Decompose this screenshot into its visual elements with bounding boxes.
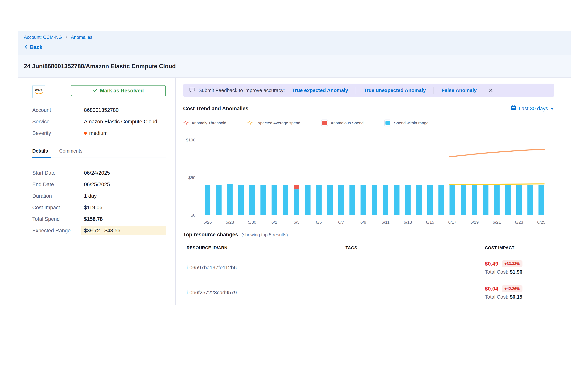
speech-bubble-icon <box>189 87 196 94</box>
svg-text:6/25: 6/25 <box>537 220 545 225</box>
breadcrumb: Account: CCM-NG Anomalies <box>24 34 564 40</box>
feedback-bar: Submit Feedback to improve accuracy: Tru… <box>183 84 554 97</box>
aws-provider-icon: aws <box>32 85 45 98</box>
severity-dot-icon <box>84 132 87 135</box>
chevron-right-icon <box>65 36 68 39</box>
start-date-row: Start Date 06/24/2025 <box>32 167 166 179</box>
svg-text:6/23: 6/23 <box>515 220 523 225</box>
breadcrumb-account-link[interactable]: Account: CCM-NG <box>24 34 62 40</box>
main: aws Mark as Resolved Account 86800135278… <box>18 78 571 305</box>
expected-range-row: Expected Range $39.72 - $48.56 <box>32 225 166 236</box>
summary-info: Account 868001352780 Service Amazon Elas… <box>32 104 166 139</box>
page-title: 24 Jun/868001352780/Amazon Elastic Compu… <box>24 63 564 70</box>
resource-id-link[interactable]: i-06597ba197fe112b6 <box>186 265 346 271</box>
tab-underline <box>32 158 166 158</box>
svg-text:6/9: 6/9 <box>360 220 366 225</box>
calendar-icon <box>510 105 516 112</box>
feedback-true-unexpected[interactable]: True unexpected Anomaly <box>364 88 426 94</box>
table-row: i-0b6f257223cad9579 - $0.04 +42.26% Tota… <box>183 280 554 305</box>
chart-header: Cost Trend and Anomalies <box>183 105 554 112</box>
svg-text:$100: $100 <box>186 138 196 142</box>
summary-header: aws Mark as Resolved <box>32 85 166 98</box>
mark-as-resolved-button[interactable]: Mark as Resolved <box>71 85 166 96</box>
table-row: i-06597ba197fe112b6 - $0.49 +33.33% Tota… <box>183 256 554 280</box>
tab-comments[interactable]: Comments <box>59 148 82 154</box>
impact-percent-badge: +33.33% <box>502 260 522 267</box>
tab-details[interactable]: Details <box>32 148 48 154</box>
legend-anomaly-threshold[interactable]: Anomaly Threshold <box>183 120 226 126</box>
impact-percent-badge: +42.26% <box>502 285 522 292</box>
cost-trend-chart: $0$50$1005/265/285/306/16/36/56/76/96/11… <box>183 132 554 228</box>
svg-text:6/7: 6/7 <box>338 220 344 225</box>
duration-row: Duration 1 day <box>32 190 166 202</box>
resource-cost-impact: $0.49 +33.33% Total Cost: $1.96 <box>485 260 551 275</box>
svg-text:aws: aws <box>35 88 42 92</box>
severity-badge: medium <box>84 130 108 136</box>
page: Account: CCM-NG Anomalies Back 24 Jun/86… <box>0 0 588 305</box>
feedback-divider <box>434 87 434 94</box>
check-icon <box>93 88 97 94</box>
red-square-icon <box>321 120 328 126</box>
cost-impact-value: $119.06 <box>84 205 102 210</box>
svg-text:6/17: 6/17 <box>448 220 456 225</box>
pulse-line-icon <box>247 120 253 126</box>
feedback-false-anomaly[interactable]: False Anomaly <box>442 88 477 94</box>
anomaly-summary-panel: aws Mark as Resolved Account 86800135278… <box>18 78 176 305</box>
blue-square-icon <box>384 120 391 126</box>
resource-tags: - <box>346 290 485 296</box>
cost-trend-chart-area: $0$50$1005/265/285/306/16/36/56/76/96/11… <box>183 132 554 229</box>
feedback-divider <box>356 87 356 94</box>
total-spend-row: Total Spend $158.78 <box>32 213 166 225</box>
end-date-row: End Date 06/25/2025 <box>32 179 166 190</box>
legend-spend-within-range[interactable]: Spend within range <box>384 120 428 126</box>
account-row: Account 868001352780 <box>32 104 166 116</box>
resources-heading: Top resource changes (showing top 5 resu… <box>183 232 554 238</box>
svg-text:6/5: 6/5 <box>316 220 322 225</box>
svg-text:$50: $50 <box>188 175 196 180</box>
severity-row: Severity medium <box>32 128 166 139</box>
expected-range-value: $39.72 - $48.56 <box>81 226 166 236</box>
title-band: 24 Jun/868001352780/Amazon Elastic Compu… <box>18 55 571 78</box>
service-row: Service Amazon Elastic Compute Cloud <box>32 116 166 128</box>
detail-tabs: Details Comments <box>32 148 166 154</box>
chevron-left-icon <box>24 44 28 50</box>
svg-text:6/11: 6/11 <box>382 220 390 225</box>
pulse-line-icon <box>183 120 189 126</box>
svg-text:$0: $0 <box>191 213 196 218</box>
chart-title: Cost Trend and Anomalies <box>183 106 248 112</box>
svg-text:6/21: 6/21 <box>493 220 501 225</box>
close-icon[interactable] <box>488 88 493 93</box>
resource-id-link[interactable]: i-0b6f257223cad9579 <box>186 290 346 296</box>
legend-expected-average[interactable]: Expected Average spend <box>247 120 300 126</box>
back-label: Back <box>30 44 42 50</box>
svg-text:6/19: 6/19 <box>470 220 479 225</box>
resources-table: RESOURCE ID/ARN TAGS COST IMPACT i-06597… <box>183 240 554 305</box>
back-button[interactable]: Back <box>24 44 564 50</box>
svg-text:6/13: 6/13 <box>404 220 412 225</box>
date-range-selector[interactable]: Last 30 days <box>510 105 554 112</box>
chart-legend: Anomaly Threshold Expected Average spend… <box>183 120 554 126</box>
resources-table-header: RESOURCE ID/ARN TAGS COST IMPACT <box>183 240 554 256</box>
date-range-label: Last 30 days <box>519 106 548 112</box>
service-value: Amazon Elastic Compute Cloud <box>84 119 157 125</box>
legend-anomalous-spend[interactable]: Anomalous Spend <box>321 120 364 126</box>
breadcrumb-anomalies-link[interactable]: Anomalies <box>71 34 92 40</box>
anomaly-detail-panel: Submit Feedback to improve accuracy: Tru… <box>176 78 571 305</box>
account-value: 868001352780 <box>84 107 118 113</box>
resource-tags: - <box>346 265 485 271</box>
resource-cost-impact: $0.04 +42.26% Total Cost: $0.15 <box>485 285 551 300</box>
caret-down-icon <box>550 106 554 112</box>
feedback-prompt: Submit Feedback to improve accuracy: <box>198 88 285 94</box>
anomaly-fields: Start Date 06/24/2025 End Date 06/25/202… <box>32 167 166 236</box>
feedback-true-expected[interactable]: True expected Anomaly <box>292 88 348 94</box>
svg-text:6/1: 6/1 <box>271 220 277 225</box>
svg-text:5/28: 5/28 <box>226 220 234 225</box>
svg-text:6/3: 6/3 <box>294 220 300 225</box>
svg-text:6/15: 6/15 <box>426 220 434 225</box>
total-spend-value: $158.78 <box>84 216 103 222</box>
svg-text:5/30: 5/30 <box>248 220 256 225</box>
svg-text:5/26: 5/26 <box>204 220 212 225</box>
cost-impact-row: Cost Impact $119.06 <box>32 202 166 213</box>
top-band: Account: CCM-NG Anomalies Back <box>18 31 571 55</box>
